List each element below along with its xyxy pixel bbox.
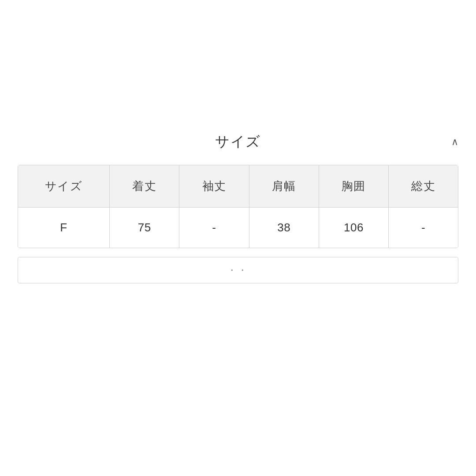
- cell-chest-length: 75: [110, 208, 179, 248]
- page-container: サイズ ∧ サイズ 着丈 袖丈 肩幅 胸囲 総丈 F 75 - 38: [0, 0, 476, 476]
- col-header-sleeve: 袖丈: [179, 165, 249, 208]
- cell-bust: 106: [319, 208, 388, 248]
- col-header-chest-length: 着丈: [110, 165, 179, 208]
- section-header: サイズ ∧: [13, 132, 463, 152]
- cell-shoulder: 38: [249, 208, 319, 248]
- table-header: サイズ 着丈 袖丈 肩幅 胸囲 総丈: [18, 165, 458, 208]
- size-table: サイズ 着丈 袖丈 肩幅 胸囲 総丈 F 75 - 38 106 -: [18, 165, 458, 248]
- chevron-up-icon[interactable]: ∧: [451, 136, 458, 148]
- top-spacer: [13, 0, 463, 132]
- size-table-wrapper: サイズ 着丈 袖丈 肩幅 胸囲 総丈 F 75 - 38 106 -: [18, 165, 458, 248]
- cell-sleeve: -: [179, 208, 249, 248]
- cell-size: F: [18, 208, 110, 248]
- col-header-size: サイズ: [18, 165, 110, 208]
- bottom-box: ・・: [18, 257, 458, 283]
- col-header-total: 総丈: [389, 165, 458, 208]
- header-row: サイズ 着丈 袖丈 肩幅 胸囲 総丈: [18, 165, 458, 208]
- table-row: F 75 - 38 106 -: [18, 208, 458, 248]
- section-title: サイズ: [215, 132, 261, 152]
- col-header-bust: 胸囲: [319, 165, 388, 208]
- col-header-shoulder: 肩幅: [249, 165, 319, 208]
- cell-total: -: [389, 208, 458, 248]
- bottom-dots: ・・: [227, 264, 249, 276]
- table-body: F 75 - 38 106 -: [18, 208, 458, 248]
